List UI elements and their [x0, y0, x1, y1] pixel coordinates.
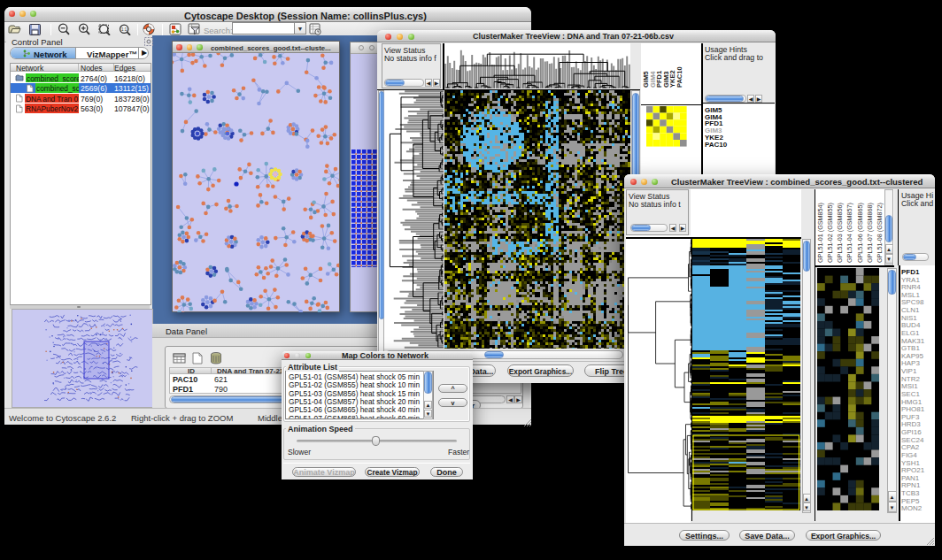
svg-text:1:1: 1:1: [121, 27, 127, 32]
svg-text:GPL51-07 (GSM868): GPL51-07 (GSM868): [866, 203, 874, 263]
svg-text:GPL51-01 (GSM854): GPL51-01 (GSM854): [816, 203, 824, 263]
svg-text:GPL51-03 (GSM856): GPL51-03 (GSM856): [836, 203, 844, 263]
svg-text:PAC10: PAC10: [676, 66, 683, 88]
svg-text:GPL51-02 (GSM855): GPL51-02 (GSM855): [826, 203, 834, 263]
svg-text:GPL51-06 (GSM865): GPL51-06 (GSM865): [856, 203, 864, 263]
svg-text:GPL51-08 (GSM872): GPL51-08 (GSM872): [876, 203, 884, 263]
svg-text:GPL51-04 (GSM857): GPL51-04 (GSM857): [845, 203, 853, 263]
